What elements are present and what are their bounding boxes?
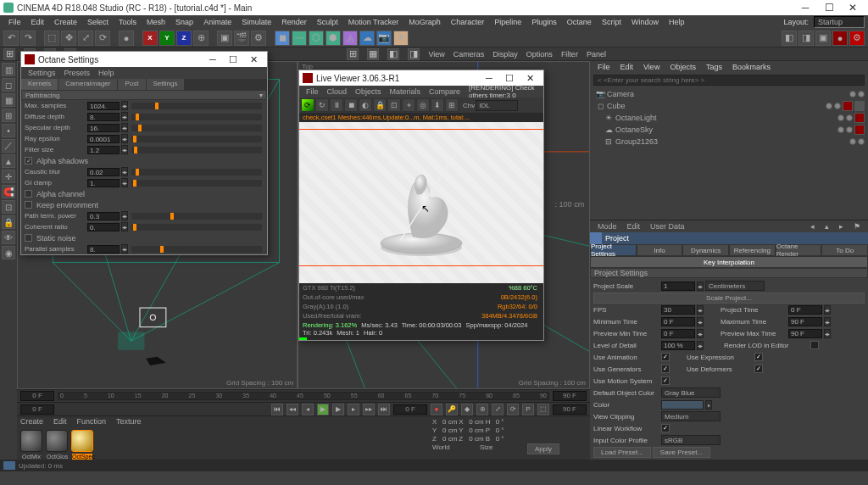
os-field[interactable]: 0.0001 [87,135,120,143]
os-slider[interactable] [131,246,262,253]
os-checkbox[interactable] [25,190,32,198]
key-rot-button[interactable]: ⟳ [507,404,519,415]
menu-mesh[interactable]: Mesh [142,16,170,28]
attr-checkbox[interactable]: ✓ [661,365,670,373]
key-param-button[interactable]: P [522,404,534,415]
kernel-section-header[interactable]: Pathtracing▾ [21,90,267,100]
menu-window[interactable]: Window [626,16,664,28]
generator-button[interactable]: ⬡ [309,31,324,46]
visibility-dot-icon[interactable] [826,103,832,109]
key-pla-button[interactable]: ⬚ [537,404,549,415]
visibility-dot-icon[interactable] [849,91,856,98]
material-preview[interactable]: OctMix [20,430,42,452]
rotate-tool-button[interactable]: ⟳ [95,31,110,46]
cube-primitive-button[interactable]: ◼ [275,31,290,46]
timeline-min-field[interactable]: 0 F [20,404,54,415]
visibility-dot-icon[interactable] [837,114,844,121]
mat-menu-create[interactable]: Create [17,416,47,426]
os-field[interactable]: 1. [87,179,120,187]
vp-tool-icon[interactable]: ◨ [408,48,420,60]
octane-tag-button[interactable]: ● [832,31,848,46]
vp-menu-panel[interactable]: Panel [587,50,606,59]
om-menu-objects[interactable]: Objects [665,62,700,72]
menu-script[interactable]: Script [597,16,626,28]
project-scale-unit-dropdown[interactable]: Centimeters [705,281,765,291]
edge-mode-button[interactable]: ／ [2,139,15,153]
lv-region-button[interactable]: ⊡ [387,98,401,112]
maximize-button[interactable]: ☐ [817,0,841,15]
os-tab-kernels[interactable]: Kernels [21,79,58,90]
redo-button[interactable]: ↷ [20,31,36,46]
visibility-dot-icon[interactable] [837,126,844,133]
os-tab-post[interactable]: Post [118,79,146,90]
goto-start-button[interactable]: ⏮ [271,404,283,415]
close-button[interactable]: ✕ [841,0,865,15]
lv-menu-cloud[interactable]: Cloud [324,86,351,97]
object-row[interactable]: 📷Camera [592,88,866,100]
linear-workflow-checkbox[interactable]: ✓ [661,424,670,432]
generator2-button[interactable]: ⬢ [326,31,341,46]
prev-frame-button[interactable]: ◂ [302,404,314,415]
vp-menu-filter[interactable]: Filter [561,50,578,59]
scale-project-button[interactable]: Scale Project... [593,293,865,304]
record-button[interactable]: ● [431,404,442,415]
snap-button[interactable]: 🧲 [2,185,15,198]
vp-tool-icon[interactable]: ⊞ [3,48,15,60]
vp-menu-options[interactable]: Options [526,50,553,59]
axis-button[interactable]: ✛ [2,170,15,183]
attr-checkbox[interactable]: ✓ [661,353,670,361]
attr-tab-dynamics[interactable]: Dynamics [682,244,729,256]
render-settings-button[interactable]: ⚙ [251,31,266,46]
om-menu-view[interactable]: View [639,62,664,72]
attr-tab-octane-render[interactable]: Octane Render [776,244,822,256]
y-axis-toggle[interactable]: Y [159,31,175,46]
os-menu-presets[interactable]: Presets [61,68,94,78]
attr-menu-user-data[interactable]: User Data [646,221,689,231]
key-sel-button[interactable]: ◆ [461,404,473,415]
view-clipping-dropdown[interactable]: Medium [661,411,721,421]
lv-pick-button[interactable]: ⌖ [402,98,415,112]
lv-clay-button[interactable]: ◐ [359,98,372,112]
attr-checkbox[interactable]: ✓ [754,365,763,373]
menu-animate[interactable]: Animate [198,16,236,28]
play-button[interactable]: ▶ [332,404,344,415]
os-slider[interactable] [131,125,262,131]
autokey-button[interactable]: 🔑 [446,404,458,415]
menu-mograph[interactable]: MoGraph [403,16,446,28]
os-checkbox[interactable] [25,201,32,209]
lv-focus-button[interactable]: ◎ [416,98,430,112]
octane-tag-icon[interactable] [843,101,853,111]
x-axis-toggle[interactable]: X [142,31,158,46]
light-button[interactable]: ☀ [393,31,409,46]
os-tab-cameraimager[interactable]: CameraImager [58,79,118,90]
attr-tab-to-do[interactable]: To Do [821,244,868,256]
menu-render[interactable]: Render [276,16,312,28]
viewport-solo-button[interactable]: 👁 [2,231,15,244]
om-menu-file[interactable]: File [593,62,615,72]
object-row[interactable]: ⊟Group21263 [592,136,866,148]
isolate-button[interactable]: ◉ [2,246,15,259]
lv-channel-dropdown[interactable]: IDL [476,100,518,111]
menu-pipeline[interactable]: Pipeline [489,16,526,28]
key-scale-button[interactable]: ⤢ [492,404,504,415]
material-preview[interactable]: OctGlos [46,430,68,452]
menu-tools[interactable]: Tools [114,16,142,28]
attr-field[interactable]: 0 F [661,329,695,338]
timeline-max-field[interactable]: 90 F [553,404,587,415]
object-tree[interactable]: 📷Camera◻Cube☀OctaneLight☁OctaneSky⊟Group… [590,86,868,171]
om-menu-tags[interactable]: Tags [702,62,726,72]
lv-save-button[interactable]: ⬇ [431,98,444,112]
coord-world-dropdown[interactable]: World [432,443,478,454]
minimize-button[interactable]: ─ [479,73,499,83]
menu-select[interactable]: Select [82,16,114,28]
object-row[interactable]: ☀OctaneLight [592,112,866,124]
attr-checkbox[interactable]: ✓ [661,376,670,385]
phong-tag-icon[interactable] [854,101,865,111]
render-dot-icon[interactable] [846,126,853,133]
menu-edit[interactable]: Edit [26,16,50,28]
prev-key-button[interactable]: ◂◂ [287,404,298,415]
lv-lock-button[interactable]: 🔒 [373,98,387,112]
coord-size-dropdown[interactable]: Size [480,443,526,454]
attribute-subtab[interactable]: Key Interpolation [590,256,868,268]
os-field[interactable]: 0. [87,223,120,231]
